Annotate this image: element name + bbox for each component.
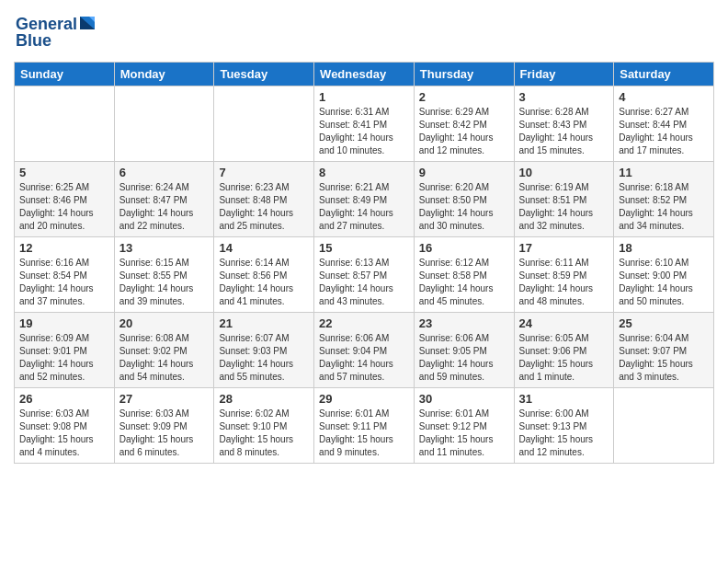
- calendar-header-row: SundayMondayTuesdayWednesdayThursdayFrid…: [15, 63, 714, 86]
- day-number: 4: [619, 90, 709, 104]
- day-info: Sunrise: 6:07 AMSunset: 9:03 PMDaylight:…: [219, 332, 309, 384]
- calendar-cell: 22Sunrise: 6:06 AMSunset: 9:04 PMDayligh…: [314, 313, 415, 388]
- calendar-cell: 20Sunrise: 6:08 AMSunset: 9:02 PMDayligh…: [114, 313, 214, 388]
- page-header: General Blue: [14, 9, 714, 54]
- day-info: Sunrise: 6:02 AMSunset: 9:10 PMDaylight:…: [219, 408, 309, 459]
- calendar-week-row: 1Sunrise: 6:31 AMSunset: 8:41 PMDaylight…: [15, 86, 714, 162]
- calendar-cell: 12Sunrise: 6:16 AMSunset: 8:54 PMDayligh…: [15, 237, 115, 313]
- day-info: Sunrise: 6:31 AMSunset: 8:41 PMDaylight:…: [319, 106, 409, 157]
- calendar-cell: 19Sunrise: 6:09 AMSunset: 9:01 PMDayligh…: [15, 313, 115, 388]
- day-number: 8: [319, 166, 409, 179]
- day-info: Sunrise: 6:03 AMSunset: 9:08 PMDaylight:…: [19, 408, 109, 459]
- day-number: 28: [219, 392, 309, 406]
- calendar-cell: 10Sunrise: 6:19 AMSunset: 8:51 PMDayligh…: [514, 162, 614, 237]
- calendar-cell: 23Sunrise: 6:06 AMSunset: 9:05 PMDayligh…: [414, 313, 514, 388]
- day-number: 19: [19, 316, 109, 330]
- calendar-cell: 29Sunrise: 6:01 AMSunset: 9:11 PMDayligh…: [314, 388, 415, 464]
- day-info: Sunrise: 6:28 AMSunset: 8:43 PMDaylight:…: [519, 106, 609, 157]
- calendar-cell: 27Sunrise: 6:03 AMSunset: 9:09 PMDayligh…: [114, 388, 214, 464]
- day-number: 24: [519, 316, 609, 330]
- day-info: Sunrise: 6:14 AMSunset: 8:56 PMDaylight:…: [219, 257, 309, 308]
- day-info: Sunrise: 6:06 AMSunset: 9:04 PMDaylight:…: [319, 332, 409, 384]
- day-number: 12: [19, 241, 109, 255]
- calendar-cell: 13Sunrise: 6:15 AMSunset: 8:55 PMDayligh…: [114, 237, 214, 313]
- day-info: Sunrise: 6:06 AMSunset: 9:05 PMDaylight:…: [419, 332, 509, 384]
- calendar-week-row: 19Sunrise: 6:09 AMSunset: 9:01 PMDayligh…: [15, 313, 714, 388]
- day-info: Sunrise: 6:11 AMSunset: 8:59 PMDaylight:…: [519, 257, 609, 308]
- calendar-week-row: 5Sunrise: 6:25 AMSunset: 8:46 PMDaylight…: [15, 162, 714, 237]
- calendar-cell: 24Sunrise: 6:05 AMSunset: 9:06 PMDayligh…: [514, 313, 614, 388]
- calendar-cell: 4Sunrise: 6:27 AMSunset: 8:44 PMDaylight…: [614, 86, 714, 162]
- day-info: Sunrise: 6:09 AMSunset: 9:01 PMDaylight:…: [19, 332, 109, 384]
- day-number: 16: [419, 241, 509, 255]
- day-number: 27: [119, 392, 210, 406]
- day-number: 22: [319, 316, 409, 330]
- day-number: 3: [519, 90, 609, 104]
- day-number: 29: [319, 392, 409, 406]
- calendar-cell: 18Sunrise: 6:10 AMSunset: 9:00 PMDayligh…: [614, 237, 714, 313]
- day-info: Sunrise: 6:08 AMSunset: 9:02 PMDaylight:…: [119, 332, 210, 384]
- logo: General Blue: [14, 9, 97, 54]
- calendar-cell: 7Sunrise: 6:23 AMSunset: 8:48 PMDaylight…: [214, 162, 314, 237]
- day-number: 30: [419, 392, 509, 406]
- calendar-cell: 14Sunrise: 6:14 AMSunset: 8:56 PMDayligh…: [214, 237, 314, 313]
- day-header-sunday: Sunday: [15, 63, 115, 86]
- day-number: 25: [619, 316, 709, 330]
- day-info: Sunrise: 6:27 AMSunset: 8:44 PMDaylight:…: [619, 106, 709, 157]
- day-header-thursday: Thursday: [414, 63, 514, 86]
- calendar-cell: 15Sunrise: 6:13 AMSunset: 8:57 PMDayligh…: [314, 237, 415, 313]
- day-number: 9: [419, 166, 509, 179]
- calendar-cell: [614, 388, 714, 464]
- day-number: 11: [619, 166, 709, 179]
- day-info: Sunrise: 6:00 AMSunset: 9:13 PMDaylight:…: [519, 408, 609, 459]
- day-info: Sunrise: 6:16 AMSunset: 8:54 PMDaylight:…: [19, 257, 109, 308]
- day-number: 6: [119, 166, 210, 179]
- day-number: 18: [619, 241, 709, 255]
- day-number: 20: [119, 316, 210, 330]
- calendar-cell: 25Sunrise: 6:04 AMSunset: 9:07 PMDayligh…: [614, 313, 714, 388]
- day-number: 15: [319, 241, 409, 255]
- calendar-cell: [114, 86, 214, 162]
- calendar-cell: 3Sunrise: 6:28 AMSunset: 8:43 PMDaylight…: [514, 86, 614, 162]
- calendar-cell: 1Sunrise: 6:31 AMSunset: 8:41 PMDaylight…: [314, 86, 415, 162]
- day-number: 2: [419, 90, 509, 104]
- day-header-wednesday: Wednesday: [314, 63, 415, 86]
- calendar-cell: 5Sunrise: 6:25 AMSunset: 8:46 PMDaylight…: [15, 162, 115, 237]
- day-info: Sunrise: 6:05 AMSunset: 9:06 PMDaylight:…: [519, 332, 609, 384]
- day-number: 31: [519, 392, 609, 406]
- logo-image: General Blue: [14, 9, 97, 54]
- day-header-tuesday: Tuesday: [214, 63, 314, 86]
- day-number: 17: [519, 241, 609, 255]
- day-info: Sunrise: 6:18 AMSunset: 8:52 PMDaylight:…: [619, 181, 709, 233]
- calendar-cell: 31Sunrise: 6:00 AMSunset: 9:13 PMDayligh…: [514, 388, 614, 464]
- calendar-cell: 28Sunrise: 6:02 AMSunset: 9:10 PMDayligh…: [214, 388, 314, 464]
- day-info: Sunrise: 6:21 AMSunset: 8:49 PMDaylight:…: [319, 181, 409, 233]
- day-number: 21: [219, 316, 309, 330]
- calendar-cell: [214, 86, 314, 162]
- day-info: Sunrise: 6:29 AMSunset: 8:42 PMDaylight:…: [419, 106, 509, 157]
- day-info: Sunrise: 6:03 AMSunset: 9:09 PMDaylight:…: [119, 408, 210, 459]
- calendar-cell: 2Sunrise: 6:29 AMSunset: 8:42 PMDaylight…: [414, 86, 514, 162]
- calendar-cell: 8Sunrise: 6:21 AMSunset: 8:49 PMDaylight…: [314, 162, 415, 237]
- calendar-cell: 26Sunrise: 6:03 AMSunset: 9:08 PMDayligh…: [15, 388, 115, 464]
- day-number: 13: [119, 241, 210, 255]
- calendar-cell: 30Sunrise: 6:01 AMSunset: 9:12 PMDayligh…: [414, 388, 514, 464]
- calendar-cell: 9Sunrise: 6:20 AMSunset: 8:50 PMDaylight…: [414, 162, 514, 237]
- day-header-friday: Friday: [514, 63, 614, 86]
- day-number: 10: [519, 166, 609, 179]
- day-info: Sunrise: 6:15 AMSunset: 8:55 PMDaylight:…: [119, 257, 210, 308]
- calendar-cell: 16Sunrise: 6:12 AMSunset: 8:58 PMDayligh…: [414, 237, 514, 313]
- day-number: 14: [219, 241, 309, 255]
- calendar-cell: [15, 86, 115, 162]
- day-info: Sunrise: 6:25 AMSunset: 8:46 PMDaylight:…: [19, 181, 109, 233]
- day-info: Sunrise: 6:01 AMSunset: 9:12 PMDaylight:…: [419, 408, 509, 459]
- svg-text:General: General: [16, 15, 77, 33]
- day-info: Sunrise: 6:19 AMSunset: 8:51 PMDaylight:…: [519, 181, 609, 233]
- calendar-page: General Blue SundayMondayTuesdayWednesda…: [0, 0, 728, 563]
- day-info: Sunrise: 6:12 AMSunset: 8:58 PMDaylight:…: [419, 257, 509, 308]
- day-number: 23: [419, 316, 509, 330]
- day-info: Sunrise: 6:04 AMSunset: 9:07 PMDaylight:…: [619, 332, 709, 384]
- day-number: 26: [19, 392, 109, 406]
- day-info: Sunrise: 6:10 AMSunset: 9:00 PMDaylight:…: [619, 257, 709, 308]
- calendar-cell: 21Sunrise: 6:07 AMSunset: 9:03 PMDayligh…: [214, 313, 314, 388]
